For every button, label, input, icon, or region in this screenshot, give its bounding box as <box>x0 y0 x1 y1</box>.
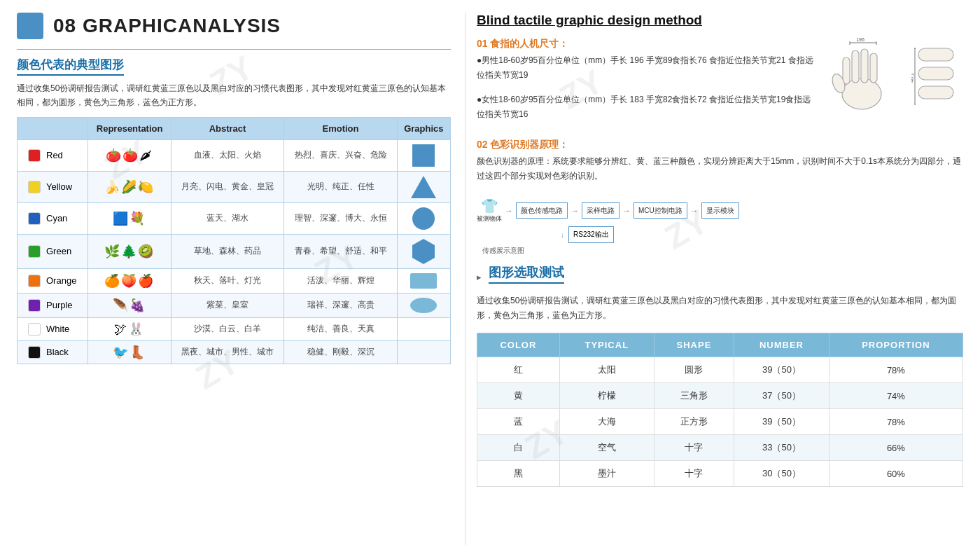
color-name-cell: Cyan <box>18 202 88 234</box>
arrow4: → <box>690 206 699 216</box>
data-cell-proportion: 66% <box>829 435 962 461</box>
col-header-2: Abstract <box>171 117 284 139</box>
data-col-header: PROPORTION <box>829 333 962 357</box>
data-cell-typical: 大海 <box>559 409 654 435</box>
data-cell-typical: 柠檬 <box>559 383 654 409</box>
diagram-label: 传感展示意图 <box>482 246 963 256</box>
data-cell-color: 黄 <box>477 383 560 409</box>
emotion-cell: 瑞祥、深邃、高贵 <box>284 293 398 317</box>
data-cell-proportion: 60% <box>829 461 962 487</box>
representation-cell: 🕊🐰 <box>88 317 171 340</box>
col-header-4: Graphics <box>397 117 450 139</box>
color-table-row: Purple🪶🍇紫菜、皇室瑞祥、深邃、高贵 <box>18 293 451 317</box>
sensor-box-3: MCU控制电路 <box>634 202 687 219</box>
representation-cell: 🍅🍅🌶 <box>88 139 171 171</box>
section02-num: 02 色彩识别器原理： <box>477 139 963 151</box>
data-col-header: NUMBER <box>734 333 830 357</box>
data-col-header: SHAPE <box>654 333 734 357</box>
section02-wrapper: 02 色彩识别器原理： 颜色识别器的原理：系统要求能够分辨红、黄、蓝三种颜色，实… <box>477 139 963 256</box>
data-cell-typical: 太阳 <box>559 357 654 383</box>
emotion-cell: 光明、纯正、任性 <box>284 171 398 202</box>
data-cell-number: 30（50） <box>734 461 830 487</box>
emotion-cell: 活泼、华丽、辉煌 <box>284 268 398 293</box>
svg-rect-1 <box>843 57 850 84</box>
col-header-1: Representation <box>88 117 171 139</box>
data-cell-proportion: 78% <box>829 357 962 383</box>
sensor-box-4: 显示模块 <box>701 202 739 219</box>
sensor-box-1: 颜色传感电路 <box>516 202 568 219</box>
data-cell-color: 白 <box>477 435 560 461</box>
emotion-cell: 纯洁、善良、天真 <box>284 317 398 340</box>
shape-cell <box>397 268 450 293</box>
section03-desc: 通过收集50份调研报告测试，调研红黄蓝三原色以及黑白对应的习惯代表图形，其中发现… <box>477 294 963 323</box>
svg-rect-2 <box>852 50 859 83</box>
color-table-row: Red🍅🍅🌶血液、太阳、火焰热烈、喜庆、兴奋、危险 <box>18 139 451 171</box>
section01-body1: ●男性18-60岁95百分位单位（mm）手长 196 手宽89食指长76 食指近… <box>477 53 816 83</box>
section03-marker: ▸ <box>477 272 482 282</box>
page-title: 08 GRAPHICANALYSIS <box>53 15 281 37</box>
color-table-row: Yellow🍌🌽🍋月亮、闪电、黄金、皇冠光明、纯正、任性 <box>18 171 451 202</box>
color-table-row: Cyan🟦💐蓝天、湖水理智、深邃、博大、永恒 <box>18 202 451 234</box>
shape-cell <box>397 139 450 171</box>
representation-cell: 🪶🍇 <box>88 293 171 317</box>
svg-rect-4 <box>870 53 877 83</box>
data-cell-typical: 墨汁 <box>559 461 654 487</box>
data-cell-shape: 三角形 <box>654 383 734 409</box>
shape-cell <box>397 234 450 268</box>
color-name-cell: Orange <box>18 268 88 293</box>
color-name-cell: Green <box>18 234 88 268</box>
left-section-desc: 通过收集50份调研报告测试，调研红黄蓝三原色以及黑白对应的习惯代表图形，其中发现… <box>17 81 451 110</box>
shape-cell <box>397 317 450 340</box>
cloth-label: 被测物体 <box>477 214 502 223</box>
header-divider <box>17 49 451 50</box>
section01-text: 01 食指的人机尺寸： ●男性18-60岁95百分位单位（mm）手长 196 手… <box>477 38 816 132</box>
section01-num: 01 食指的人机尺寸： <box>477 38 816 50</box>
rs232-row: ↓ RS232输出 <box>561 226 963 243</box>
arrow2: → <box>570 206 579 216</box>
page-container: 08 GRAPHICANALYSIS 颜色代表的典型图形 通过收集50份调研报告… <box>0 0 980 552</box>
shape-cell <box>397 202 450 234</box>
section01-body2: ●女性18-60岁95百分位单位（mm）手长 183 手宽82食指长72 食指近… <box>477 92 816 122</box>
data-cell-color: 红 <box>477 357 560 383</box>
left-panel: 08 GRAPHICANALYSIS 颜色代表的典型图形 通过收集50份调研报告… <box>17 13 465 545</box>
data-col-header: COLOR <box>477 333 560 357</box>
emotion-cell: 理智、深邃、博大、永恒 <box>284 202 398 234</box>
data-cell-proportion: 74% <box>829 383 962 409</box>
data-table-row: 红太阳圆形39（50）78% <box>477 357 963 383</box>
col-header-0 <box>18 117 88 139</box>
data-cell-proportion: 78% <box>829 409 962 435</box>
svg-text:196: 196 <box>856 38 864 42</box>
svg-text:46.1: 46.1 <box>911 73 914 83</box>
arrow3: → <box>622 206 631 216</box>
data-cell-color: 蓝 <box>477 409 560 435</box>
svg-rect-12 <box>918 86 953 99</box>
section03-title: 图形选取测试 <box>489 264 564 284</box>
abstract-cell: 草地、森林、药品 <box>171 234 284 268</box>
representation-cell: 🟦💐 <box>88 202 171 234</box>
data-col-header: TYPICAL <box>559 333 654 357</box>
abstract-cell: 沙漠、白云、白羊 <box>171 317 284 340</box>
data-cell-shape: 圆形 <box>654 357 734 383</box>
representation-cell: 🍊🍑🍎 <box>88 268 171 293</box>
cloth-icon: 👕 <box>481 198 498 214</box>
sensor-diagram: 👕 被测物体 → 颜色传感电路 → 采样电路 → MCU控制电路 → 显示模块 <box>477 198 963 223</box>
emotion-cell: 青春、希望、舒适、和平 <box>284 234 398 268</box>
color-name-cell: Yellow <box>18 171 88 202</box>
color-name-cell: Black <box>18 340 88 364</box>
emotion-cell: 热烈、喜庆、兴奋、危险 <box>284 139 398 171</box>
representation-cell: 🌿🌲🥝 <box>88 234 171 268</box>
section03-header: ▸ 图形选取测试 <box>477 264 963 289</box>
finger-side-svg: 46.1 <box>911 38 960 115</box>
data-cell-color: 黑 <box>477 461 560 487</box>
data-table-row: 蓝大海正方形39（50）78% <box>477 409 963 435</box>
section03-wrapper: ▸ 图形选取测试 通过收集50份调研报告测试，调研红黄蓝三原色以及黑白对应的习惯… <box>477 264 963 487</box>
abstract-cell: 紫菜、皇室 <box>171 293 284 317</box>
right-main-title: Blind tactile graphic design method <box>477 13 963 28</box>
abstract-cell: 血液、太阳、火焰 <box>171 139 284 171</box>
color-table-row: Green🌿🌲🥝草地、森林、药品青春、希望、舒适、和平 <box>18 234 451 268</box>
data-table-row: 黄柠檬三角形37（50）74% <box>477 383 963 409</box>
page-header: 08 GRAPHICANALYSIS <box>17 13 451 39</box>
color-name-cell: Red <box>18 139 88 171</box>
right-panel: Blind tactile graphic design method 01 食… <box>465 13 963 545</box>
data-table: COLORTYPICALSHAPENUMBERPROPORTION 红太阳圆形3… <box>477 333 963 487</box>
